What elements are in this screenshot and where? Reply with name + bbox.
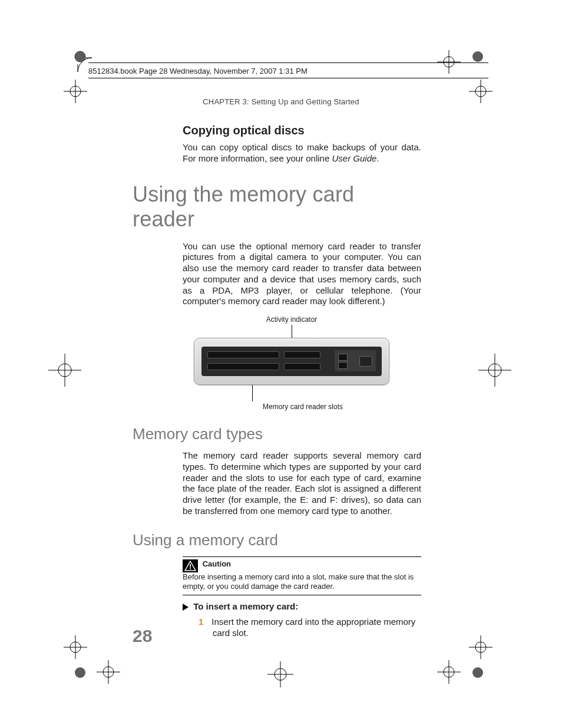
crosshair-mark-icon: [437, 50, 461, 76]
caution-text: Before inserting a memory card into a sl…: [183, 572, 414, 591]
caution-icon: !: [183, 559, 198, 572]
callout-line-icon: [252, 385, 253, 401]
content-column: Copying optical discs You can copy optic…: [133, 124, 421, 639]
registration-mark-icon: [74, 50, 87, 65]
crosshair-mark-icon: [97, 660, 120, 686]
svg-text:!: !: [189, 563, 191, 571]
svg-point-32: [472, 667, 483, 678]
registration-mark-icon: [471, 50, 484, 65]
para-main: You can use the optional memory card rea…: [183, 241, 421, 308]
crosshair-mark-icon: [437, 660, 461, 686]
figure-label-slots: Memory card reader slots: [205, 403, 401, 411]
crosshair-mark-icon: [48, 354, 81, 389]
para-copying-b: .: [376, 153, 379, 163]
figure-card-reader: Activity indicator Memory card reader sl…: [183, 315, 401, 411]
callout-line-icon: [292, 325, 292, 338]
crosshair-mark-icon: [64, 635, 87, 661]
step-1: 1Insert the memory card into the appropr…: [199, 616, 421, 639]
para-copying: You can copy optical discs to make backu…: [183, 142, 421, 164]
procedure-heading: To insert a memory card:: [183, 601, 421, 612]
heading-using-memory-card-reader: Using the memory card reader: [133, 182, 421, 232]
fm-header-rule: [88, 78, 488, 78]
figure-label-activity-indicator: Activity indicator: [183, 315, 401, 324]
procedure-heading-text: To insert a memory card:: [193, 601, 298, 611]
step-number: 1: [199, 617, 203, 627]
svg-marker-4: [183, 604, 189, 611]
card-reader-illustration: [194, 338, 389, 385]
crosshair-mark-icon: [478, 354, 511, 389]
crosshair-mark-icon: [469, 635, 492, 661]
caution-title: Caution: [203, 559, 231, 568]
heading-memory-card-types: Memory card types: [133, 425, 421, 443]
crosshair-mark-icon: [469, 80, 492, 106]
page-number: 28: [133, 626, 152, 646]
fm-header: 8512834.book Page 28 Wednesday, November…: [88, 62, 488, 75]
para-copying-italic: User Guide: [332, 153, 376, 163]
caution-box: ! Caution Before inserting a memory card…: [183, 556, 421, 596]
heading-using-a-memory-card: Using a memory card: [133, 531, 421, 549]
fm-header-text: 8512834.book Page 28 Wednesday, November…: [88, 67, 308, 75]
para-types: The memory card reader supports several …: [183, 450, 421, 517]
svg-point-9: [472, 51, 483, 62]
heading-copying-optical-discs: Copying optical discs: [183, 124, 421, 137]
crosshair-mark-icon: [267, 661, 293, 690]
registration-mark-icon: [471, 666, 484, 681]
registration-mark-icon: [74, 666, 87, 681]
svg-point-31: [75, 667, 85, 678]
para-copying-a: You can copy optical discs to make backu…: [183, 142, 421, 163]
triangle-bullet-icon: [183, 602, 189, 612]
crosshair-mark-icon: [64, 80, 87, 106]
step-text: Insert the memory card into the appropri…: [211, 617, 415, 638]
